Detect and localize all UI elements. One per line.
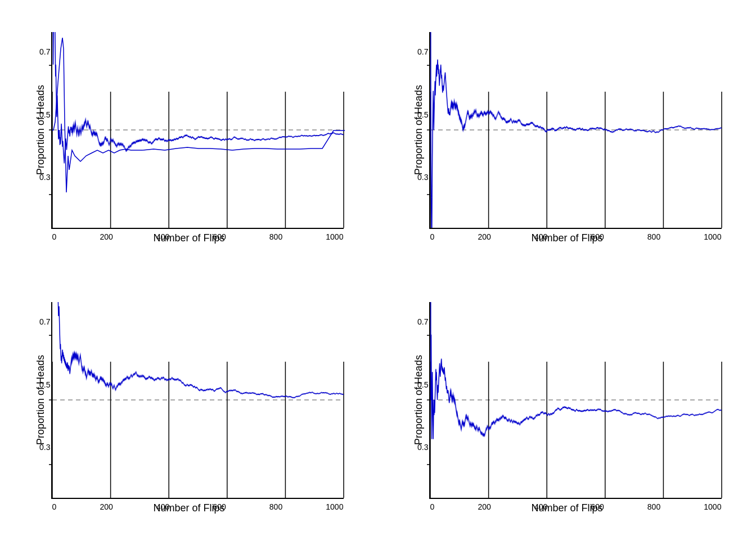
y-label-4: Proportion of Heads (413, 355, 425, 445)
chart-wrapper-3: Proportion of Heads 0.7 0.5 0.3 0 200 40… (35, 302, 344, 514)
xtick-200-1: 200 (100, 232, 112, 241)
y-label-2: Proportion of Heads (413, 85, 425, 175)
xtick-200-2: 200 (478, 232, 490, 241)
xtick-400-1: 400 (156, 232, 169, 241)
ytick-0.7-4: 0.7 (409, 317, 429, 326)
xtick-200-4: 200 (478, 502, 490, 511)
xtick-1000-4: 1000 (704, 502, 721, 511)
xtick-0-4: 0 (430, 502, 435, 511)
chart-wrapper-1: Proportion of Heads 0.7 0.5 0.3 0 200 40… (35, 32, 344, 244)
chart-cell-1: Proportion of Heads 0.7 0.5 0.3 0 200 40… (0, 0, 378, 270)
chart-area-4: 0.7 0.5 0.3 0 200 400 600 800 1000 (429, 302, 722, 499)
chart-canvas-2 (430, 32, 722, 228)
chart-with-ylabel-4: Proportion of Heads 0.7 0.5 0.3 0 200 40… (413, 302, 722, 499)
ytick-0.5-4: 0.5 (409, 380, 429, 389)
ytick-0.7-3: 0.7 (31, 317, 51, 326)
ytick-0.5-1: 0.5 (31, 110, 51, 119)
chart-with-ylabel-3: Proportion of Heads 0.7 0.5 0.3 0 200 40… (35, 302, 344, 499)
xtick-0-3: 0 (52, 502, 57, 511)
xtick-800-2: 800 (647, 232, 660, 241)
xtick-600-1: 600 (213, 232, 226, 241)
ytick-0.3-3: 0.3 (31, 443, 51, 452)
ytick-0.5-3: 0.5 (31, 380, 51, 389)
xtick-200-3: 200 (100, 502, 112, 511)
chart-wrapper-4: Proportion of Heads 0.7 0.5 0.3 0 200 40… (413, 302, 722, 514)
chart-area-3: 0.7 0.5 0.3 0 200 400 600 800 1000 (51, 302, 344, 499)
ytick-0.3-4: 0.3 (409, 443, 429, 452)
chart-cell-2: Proportion of Heads 0.7 0.5 0.3 0 200 40… (378, 0, 756, 270)
chart-with-ylabel-1: Proportion of Heads 0.7 0.5 0.3 0 200 40… (35, 32, 344, 229)
xtick-1000-1: 1000 (326, 232, 343, 241)
y-label-1: Proportion of Heads (35, 85, 47, 175)
xtick-400-4: 400 (534, 502, 547, 511)
ytick-0.3-1: 0.3 (31, 173, 51, 182)
ytick-0.5-2: 0.5 (409, 110, 429, 119)
xtick-400-2: 400 (534, 232, 547, 241)
chart-canvas-3 (52, 302, 344, 498)
xtick-800-1: 800 (269, 232, 282, 241)
chart-cell-3: Proportion of Heads 0.7 0.5 0.3 0 200 40… (0, 270, 378, 540)
xtick-0-1: 0 (52, 232, 57, 241)
chart-wrapper-2: Proportion of Heads 0.7 0.5 0.3 0 200 40… (413, 32, 722, 244)
chart-area-2: 0.7 0.5 0.3 0 200 400 600 800 1000 (429, 32, 722, 229)
ytick-0.3-2: 0.3 (409, 173, 429, 182)
xtick-600-3: 600 (213, 502, 226, 511)
chart-with-ylabel-2: Proportion of Heads 0.7 0.5 0.3 0 200 40… (413, 32, 722, 229)
xtick-1000-3: 1000 (326, 502, 343, 511)
chart-cell-4: Proportion of Heads 0.7 0.5 0.3 0 200 40… (378, 270, 756, 540)
ytick-0.7-2: 0.7 (409, 47, 429, 56)
xtick-600-2: 600 (591, 232, 604, 241)
xtick-1000-2: 1000 (704, 232, 721, 241)
xtick-0-2: 0 (430, 232, 435, 241)
ytick-0.7-1: 0.7 (31, 47, 51, 56)
chart-area-1: 0.7 0.5 0.3 0 200 400 600 800 1000 (51, 32, 344, 229)
xtick-400-3: 400 (156, 502, 169, 511)
y-label-3: Proportion of Heads (35, 355, 47, 445)
xtick-800-4: 800 (647, 502, 660, 511)
xtick-600-4: 600 (591, 502, 604, 511)
chart-canvas-4 (430, 302, 722, 498)
chart-canvas-1 (52, 32, 344, 228)
xtick-800-3: 800 (269, 502, 282, 511)
